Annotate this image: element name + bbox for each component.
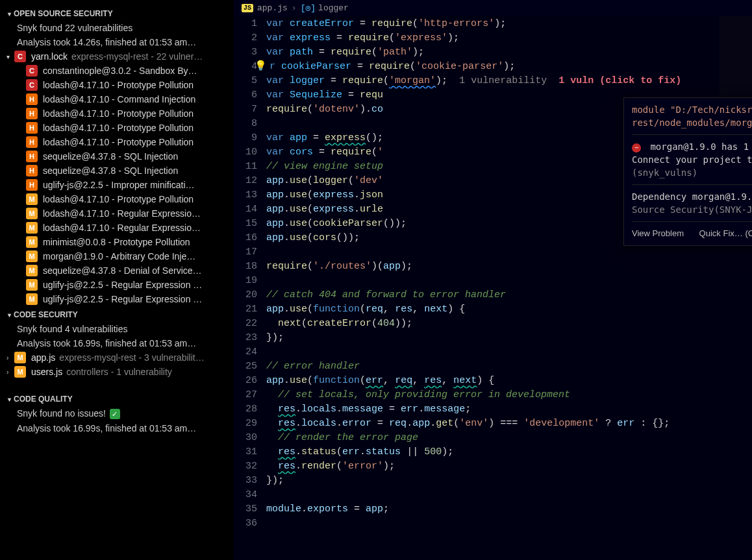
oss-title: OPEN SOURCE SECURITY	[14, 9, 113, 18]
codesec-file-row[interactable]: ›Musers.jscontrollers - 1 vulnerability	[3, 365, 231, 379]
hover-headline: − morgan@1.9.0 has 1 vulns	[632, 140, 752, 153]
quick-fix-action[interactable]: Quick Fix… (Ctrl+.)	[699, 228, 752, 238]
vuln-row[interactable]: Mlodash@4.17.10 - Regular Expressio…	[3, 206, 231, 221]
quality-summary: Snyk found no issues!✓	[3, 406, 231, 421]
vuln-row[interactable]: Hlodash@4.17.10 - Prototype Pollution	[3, 135, 231, 149]
vuln-row[interactable]: Hlodash@4.17.10 - Prototype Pollution	[3, 106, 231, 121]
view-problem-action[interactable]: View Problem	[632, 228, 684, 238]
hover-dependency: Dependency morgan@1.9.0 has 1 medium vul…	[632, 190, 752, 203]
severity-badge: H	[26, 179, 38, 191]
codesec-summary: Snyk found 4 vulnerabilities	[3, 322, 231, 336]
file-meta: express-mysql-rest - 22 vulner…	[71, 51, 203, 62]
severity-badge: M	[26, 279, 38, 291]
quality-section-header[interactable]: ▾ CODE QUALITY	[3, 392, 231, 406]
oss-section-header[interactable]: ▾ OPEN SOURCE SECURITY	[3, 6, 231, 21]
vuln-label: uglify-js@2.2.5 - Improper minificati…	[43, 180, 195, 190]
quality-title: CODE QUALITY	[14, 395, 73, 404]
vuln-row[interactable]: Hlodash@4.17.10 - Prototype Pollution	[3, 121, 231, 135]
severity-badge: M	[26, 208, 38, 219]
file-meta: express-mysql-rest - 3 vulnerabilit…	[59, 352, 204, 363]
line-number-gutter: 1234567891011121314151617181920212223242…	[234, 16, 266, 532]
codesec-timing: Analysis took 16.99s, finished at 01:53 …	[3, 336, 231, 350]
vuln-label: lodash@4.17.10 - Prototype Pollution	[43, 80, 194, 90]
vuln-label: morgan@1.9.0 - Arbitrary Code Inje…	[43, 251, 195, 262]
oss-summary: Snyk found 22 vulnerabilities	[3, 21, 231, 35]
vuln-label: lodash@4.17.10 - Prototype Pollution	[43, 108, 194, 119]
file-name: app.js	[31, 352, 55, 363]
severity-badge: C	[26, 65, 38, 77]
check-icon: ✓	[110, 409, 120, 419]
vuln-row[interactable]: Mlodash@4.17.10 - Regular Expressio…	[3, 221, 231, 235]
hover-body: Connect your project to Snyk to find and…	[632, 153, 752, 179]
severity-badge: H	[26, 136, 38, 148]
severity-badge: M	[26, 222, 38, 234]
chevron-down-icon: ▾	[6, 53, 13, 60]
severity-badge: M	[26, 293, 38, 305]
vuln-label: uglify-js@2.2.5 - Regular Expression …	[43, 294, 202, 304]
vuln-row[interactable]: Mminimist@0.0.8 - Prototype Pollution	[3, 235, 231, 249]
vuln-row[interactable]: Mmorgan@1.9.0 - Arbitrary Code Inje…	[3, 249, 231, 263]
vuln-label: sequelize@4.37.8 - SQL Injection	[43, 165, 178, 176]
vuln-row[interactable]: Hsequelize@4.37.8 - SQL Injection	[3, 149, 231, 164]
vuln-row[interactable]: Muglify-js@2.2.5 - Regular Expression …	[3, 278, 231, 292]
severity-badge: H	[26, 122, 38, 134]
breadcrumb-symbol: logger	[318, 3, 349, 13]
vuln-row[interactable]: Clodash@4.17.10 - Prototype Pollution	[3, 78, 231, 92]
vuln-label: lodash@4.17.10 - Prototype Pollution	[43, 137, 194, 147]
severity-badge: H	[26, 165, 38, 177]
js-file-icon: JS	[242, 4, 253, 12]
chevron-down-icon: ▾	[8, 396, 11, 403]
severity-badge: H	[26, 151, 38, 162]
vuln-row[interactable]: Mlodash@4.17.10 - Prototype Pollution	[3, 192, 231, 206]
vuln-label: sequelize@4.37.8 - Denial of Service…	[43, 265, 202, 276]
oss-file-row[interactable]: ▾ C yarn.lock express-mysql-rest - 22 vu…	[3, 49, 231, 64]
hover-actions: View Problem Quick Fix… (Ctrl+.)	[632, 227, 752, 240]
code-content[interactable]: var createError = require('http-errors')…	[266, 16, 681, 532]
vuln-row[interactable]: Muglify-js@2.2.5 - Regular Expression …	[3, 292, 231, 306]
file-name: users.js	[31, 367, 62, 377]
vuln-row[interactable]: Cconstantinople@3.0.2 - Sandbox By…	[3, 64, 231, 78]
hover-module-path: module "D:/Tech/nicksrj/express-mysql-re…	[632, 103, 752, 129]
codesec-title: CODE SECURITY	[14, 310, 78, 319]
vuln-label: lodash@4.17.10 - Prototype Pollution	[43, 194, 194, 204]
symbol-icon: [◎]	[301, 3, 316, 13]
snyk-sidebar: ▾ OPEN SOURCE SECURITY Snyk found 22 vul…	[0, 0, 234, 560]
hover-widget: module "D:/Tech/nicksrj/express-mysql-re…	[623, 97, 752, 246]
vuln-label: uglify-js@2.2.5 - Regular Expression …	[43, 280, 202, 290]
chevron-down-icon: ▾	[8, 311, 11, 319]
breadcrumb[interactable]: JS app.js › [◎] logger	[234, 0, 752, 16]
vuln-label: constantinople@3.0.2 - Sandbox By…	[43, 66, 197, 76]
severity-badge: M	[26, 250, 38, 262]
vuln-label: lodash@4.17.10 - Regular Expressio…	[43, 208, 201, 219]
severity-badge: C	[14, 51, 26, 62]
severity-badge: M	[14, 352, 26, 363]
vuln-row[interactable]: Msequelize@4.37.8 - Denial of Service…	[3, 263, 231, 278]
vuln-row[interactable]: Huglify-js@2.2.5 - Improper minificati…	[3, 178, 231, 192]
vuln-label: lodash@4.17.10 - Prototype Pollution	[43, 123, 194, 133]
vuln-row[interactable]: Hlodash@4.17.10 - Command Injection	[3, 92, 231, 106]
chevron-down-icon: ▾	[8, 10, 11, 18]
codesec-file-row[interactable]: ›Mapp.jsexpress-mysql-rest - 3 vulnerabi…	[3, 350, 231, 365]
code-editor[interactable]: JS app.js › [◎] logger 12345678910111213…	[234, 0, 752, 560]
codesec-section-header[interactable]: ▾ CODE SECURITY	[3, 308, 231, 322]
severity-badge: C	[26, 79, 38, 91]
file-meta: controllers - 1 vulnerability	[66, 367, 172, 377]
severity-badge: M	[26, 193, 38, 205]
oss-timing: Analysis took 14.26s, finished at 01:53 …	[3, 35, 231, 49]
chevron-right-icon: ›	[6, 354, 13, 361]
severity-badge: M	[14, 366, 26, 378]
severity-badge: H	[26, 93, 38, 105]
stop-icon: −	[632, 143, 641, 152]
chevron-right-icon: ›	[292, 3, 297, 13]
vuln-label: lodash@4.17.10 - Regular Expressio…	[43, 223, 201, 233]
quality-timing: Analysis took 16.99s, finished at 01:53 …	[3, 421, 231, 435]
severity-badge: H	[26, 108, 38, 119]
chevron-right-icon: ›	[6, 369, 13, 376]
hover-id: Source Security(SNYK-JS-MORGAN-72579)	[632, 203, 752, 216]
vuln-row[interactable]: Hsequelize@4.37.8 - SQL Injection	[3, 164, 231, 178]
vuln-label: lodash@4.17.10 - Command Injection	[43, 94, 195, 104]
file-name: yarn.lock	[31, 51, 68, 62]
vuln-label: sequelize@4.37.8 - SQL Injection	[43, 151, 178, 162]
breadcrumb-file: app.js	[257, 3, 288, 13]
severity-badge: M	[26, 265, 38, 276]
